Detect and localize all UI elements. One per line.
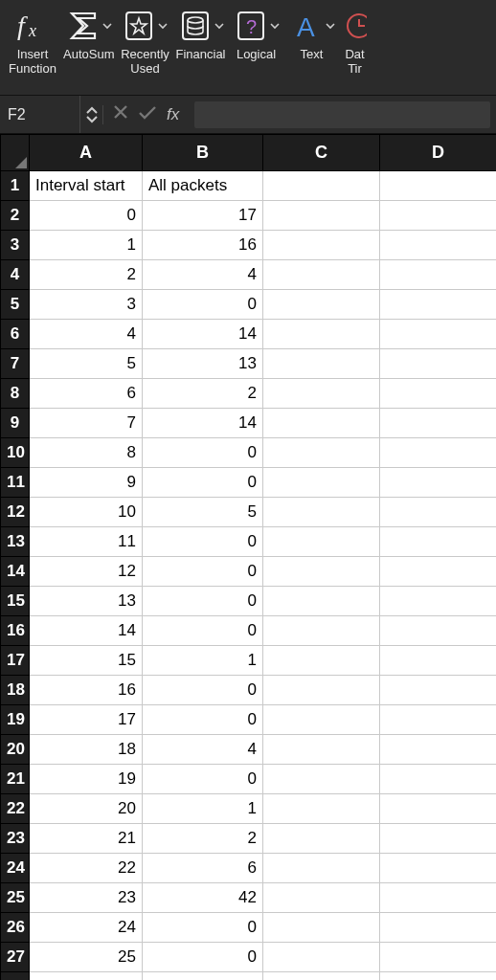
cell-B10[interactable]: 0 [143, 438, 263, 468]
cell-C2[interactable] [263, 201, 380, 231]
cell-D23[interactable] [380, 824, 497, 854]
cell-D18[interactable] [380, 676, 497, 705]
row-header[interactable]: 27 [1, 943, 30, 972]
cell-B24[interactable]: 6 [143, 854, 263, 883]
cell-A7[interactable]: 5 [30, 349, 143, 379]
cell-B8[interactable]: 2 [143, 379, 263, 409]
cell-A21[interactable]: 19 [30, 765, 143, 794]
row-header[interactable]: 28 [1, 972, 30, 981]
row-header[interactable]: 1 [1, 171, 30, 201]
spreadsheet-grid[interactable]: A B C D 1Interval startAll packets201731… [0, 134, 496, 980]
cell-C4[interactable] [263, 260, 380, 290]
cell-C11[interactable] [263, 468, 380, 498]
text-button[interactable]: A Text [285, 4, 339, 64]
row-header[interactable]: 22 [1, 794, 30, 824]
cell-C14[interactable] [263, 557, 380, 587]
cell-A13[interactable]: 11 [30, 527, 143, 557]
cell-C5[interactable] [263, 290, 380, 320]
col-header-d[interactable]: D [380, 135, 497, 171]
cell-D4[interactable] [380, 260, 497, 290]
cell-A2[interactable]: 0 [30, 201, 143, 231]
cell-C26[interactable] [263, 913, 380, 943]
row-header[interactable]: 16 [1, 616, 30, 646]
cell-C20[interactable] [263, 735, 380, 765]
cell-C18[interactable] [263, 676, 380, 705]
cell-B15[interactable]: 0 [143, 587, 263, 616]
cell-D24[interactable] [380, 854, 497, 883]
cell-C22[interactable] [263, 794, 380, 824]
cell-A26[interactable]: 24 [30, 913, 143, 943]
cell-C1[interactable] [263, 171, 380, 201]
cell-C7[interactable] [263, 349, 380, 379]
cell-C17[interactable] [263, 646, 380, 676]
recently-used-button[interactable]: Recently Used [118, 4, 171, 78]
cell-A1[interactable]: Interval start [30, 171, 143, 201]
cell-B17[interactable]: 1 [143, 646, 263, 676]
cell-B14[interactable]: 0 [143, 557, 263, 587]
cell-B22[interactable]: 1 [143, 794, 263, 824]
cell-D7[interactable] [380, 349, 497, 379]
cell-B21[interactable]: 0 [143, 765, 263, 794]
cell-D10[interactable] [380, 438, 497, 468]
col-header-a[interactable]: A [30, 135, 143, 171]
cell-A27[interactable]: 25 [30, 943, 143, 972]
row-header[interactable]: 8 [1, 379, 30, 409]
cell-D13[interactable] [380, 527, 497, 557]
cell-B28[interactable] [143, 972, 263, 981]
row-header[interactable]: 9 [1, 409, 30, 438]
cell-A16[interactable]: 14 [30, 616, 143, 646]
cell-C19[interactable] [263, 705, 380, 735]
cell-B6[interactable]: 14 [143, 320, 263, 349]
cell-C25[interactable] [263, 883, 380, 913]
cell-C8[interactable] [263, 379, 380, 409]
col-header-b[interactable]: B [143, 135, 263, 171]
cell-B16[interactable]: 0 [143, 616, 263, 646]
row-header[interactable]: 4 [1, 260, 30, 290]
select-all-corner[interactable] [1, 135, 30, 171]
row-header[interactable]: 19 [1, 705, 30, 735]
row-header[interactable]: 23 [1, 824, 30, 854]
cell-B27[interactable]: 0 [143, 943, 263, 972]
cell-D17[interactable] [380, 646, 497, 676]
cell-C9[interactable] [263, 409, 380, 438]
cell-A19[interactable]: 17 [30, 705, 143, 735]
cell-A4[interactable]: 2 [30, 260, 143, 290]
financial-button[interactable]: Financial [173, 4, 227, 64]
cell-B1[interactable]: All packets [143, 171, 263, 201]
cell-D21[interactable] [380, 765, 497, 794]
row-header[interactable]: 15 [1, 587, 30, 616]
cell-D20[interactable] [380, 735, 497, 765]
cell-C3[interactable] [263, 231, 380, 260]
cell-D15[interactable] [380, 587, 497, 616]
cell-B4[interactable]: 4 [143, 260, 263, 290]
cell-A23[interactable]: 21 [30, 824, 143, 854]
insert-function-button[interactable]: f x Insert Function [6, 4, 59, 78]
row-header[interactable]: 7 [1, 349, 30, 379]
row-header[interactable]: 24 [1, 854, 30, 883]
cell-B23[interactable]: 2 [143, 824, 263, 854]
enter-formula-button[interactable] [138, 104, 157, 124]
row-header[interactable]: 25 [1, 883, 30, 913]
cell-A11[interactable]: 9 [30, 468, 143, 498]
row-header[interactable]: 14 [1, 557, 30, 587]
row-header[interactable]: 20 [1, 735, 30, 765]
row-header[interactable]: 5 [1, 290, 30, 320]
cell-B19[interactable]: 0 [143, 705, 263, 735]
cell-C28[interactable] [263, 972, 380, 981]
row-header[interactable]: 26 [1, 913, 30, 943]
cell-B5[interactable]: 0 [143, 290, 263, 320]
cell-A17[interactable]: 15 [30, 646, 143, 676]
cell-D19[interactable] [380, 705, 497, 735]
cell-D5[interactable] [380, 290, 497, 320]
cell-B2[interactable]: 17 [143, 201, 263, 231]
cell-A6[interactable]: 4 [30, 320, 143, 349]
cell-B12[interactable]: 5 [143, 498, 263, 527]
cell-B13[interactable]: 0 [143, 527, 263, 557]
row-header[interactable]: 2 [1, 201, 30, 231]
cell-D6[interactable] [380, 320, 497, 349]
row-header[interactable]: 11 [1, 468, 30, 498]
cell-C10[interactable] [263, 438, 380, 468]
cell-A20[interactable]: 18 [30, 735, 143, 765]
cell-C16[interactable] [263, 616, 380, 646]
cell-C12[interactable] [263, 498, 380, 527]
